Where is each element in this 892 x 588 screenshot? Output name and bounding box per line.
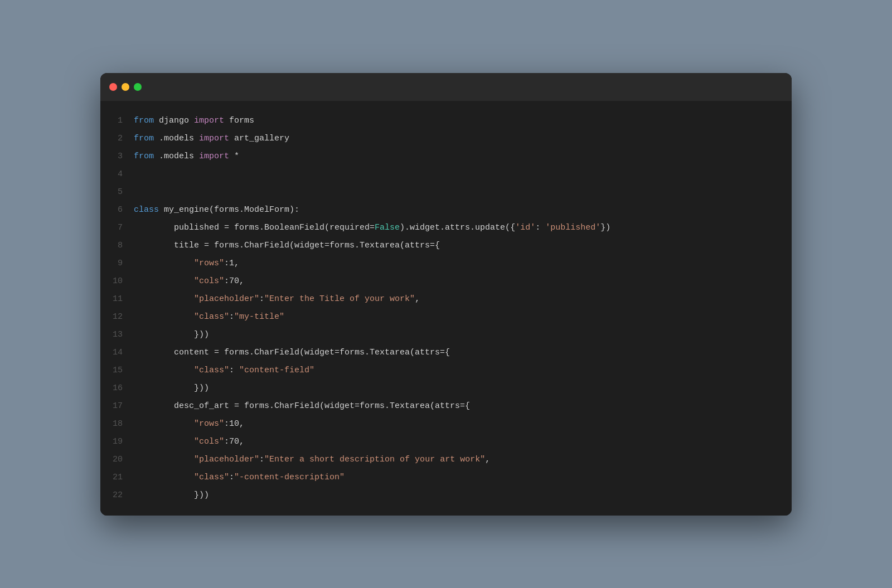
token: [134, 437, 194, 446]
code-line: 3from .models import *: [100, 148, 792, 166]
token: desc_of_art = forms.CharField(widget=for…: [134, 401, 470, 411]
token: :: [229, 473, 234, 482]
token: "placeholder": [194, 294, 259, 304]
line-content: class my_engine(forms.ModelForm):: [134, 202, 299, 218]
code-line: 11 "placeholder":"Enter the Title of you…: [100, 290, 792, 308]
line-content: title = forms.CharField(widget=forms.Tex…: [134, 237, 440, 254]
token: })): [134, 383, 209, 393]
token: [134, 276, 194, 286]
line-number: 8: [100, 237, 134, 254]
token: import: [199, 152, 229, 161]
line-number: 6: [100, 202, 134, 218]
code-line: 1from django import forms: [100, 112, 792, 130]
token: :: [259, 294, 264, 304]
line-content: "placeholder":"Enter the Title of your w…: [134, 291, 420, 308]
code-line: 5: [100, 183, 792, 201]
token: 'id': [515, 223, 535, 232]
token: from: [134, 152, 154, 161]
line-content: from django import forms: [134, 113, 254, 129]
line-content: content = forms.CharField(widget=forms.T…: [134, 344, 450, 361]
close-button[interactable]: [109, 83, 117, 91]
minimize-button[interactable]: [122, 83, 129, 91]
token: content = forms.CharField(widget=forms.T…: [134, 348, 450, 357]
line-number: 22: [100, 487, 134, 504]
token: [134, 473, 194, 482]
line-content: "class": "content-field": [134, 362, 314, 379]
code-line: 12 "class":"my-title": [100, 308, 792, 326]
token: :: [259, 455, 264, 464]
token: :: [535, 223, 545, 232]
line-number: 16: [100, 380, 134, 397]
line-number: 13: [100, 327, 134, 343]
token: [134, 259, 194, 268]
token: :10,: [224, 419, 244, 429]
token: from: [134, 134, 154, 143]
token: :70,: [224, 276, 244, 286]
token: "rows": [194, 259, 224, 268]
token: .models: [154, 134, 199, 143]
line-content: })): [134, 380, 209, 397]
code-line: 15 "class": "content-field": [100, 362, 792, 380]
token: "rows": [194, 419, 224, 429]
code-line: 6class my_engine(forms.ModelForm):: [100, 201, 792, 219]
token: })): [134, 490, 209, 500]
token: "cols": [194, 276, 224, 286]
code-area: 1from django import forms2from .models i…: [100, 101, 792, 516]
line-number: 17: [100, 398, 134, 415]
token: [134, 455, 194, 464]
line-content: "placeholder":"Enter a short description…: [134, 451, 490, 468]
token: :: [229, 366, 239, 375]
token: False: [375, 223, 400, 232]
token: .models: [154, 152, 199, 161]
code-line: 19 "cols":70,: [100, 433, 792, 451]
code-line: 14 content = forms.CharField(widget=form…: [100, 344, 792, 362]
code-line: 22 })): [100, 487, 792, 504]
code-line: 10 "cols":70,: [100, 273, 792, 290]
token: "content-field": [239, 366, 314, 375]
token: my_engine(forms.ModelForm):: [159, 205, 299, 215]
code-line: 8 title = forms.CharField(widget=forms.T…: [100, 237, 792, 255]
line-content: "cols":70,: [134, 434, 244, 450]
line-content: "rows":1,: [134, 255, 239, 272]
line-content: })): [134, 327, 209, 343]
line-number: 5: [100, 184, 134, 201]
token: ).widget.attrs.update({: [400, 223, 515, 232]
token: art_gallery: [229, 134, 289, 143]
line-number: 9: [100, 255, 134, 272]
maximize-button[interactable]: [134, 83, 142, 91]
code-line: 16 })): [100, 380, 792, 397]
code-line: 21 "class":"-content-description": [100, 469, 792, 487]
line-number: 19: [100, 434, 134, 450]
code-line: 4: [100, 166, 792, 183]
line-number: 11: [100, 291, 134, 308]
code-line: 13 })): [100, 326, 792, 344]
line-content: })): [134, 487, 209, 504]
line-number: 2: [100, 130, 134, 147]
line-number: 18: [100, 416, 134, 433]
code-line: 20 "placeholder":"Enter a short descript…: [100, 451, 792, 469]
line-number: 21: [100, 469, 134, 486]
token: :1,: [224, 259, 239, 268]
token: ,: [415, 294, 420, 304]
token: title = forms.CharField(widget=forms.Tex…: [134, 241, 440, 250]
token: "my-title": [234, 312, 284, 322]
code-line: 7 published = forms.BooleanField(require…: [100, 219, 792, 237]
line-number: 7: [100, 220, 134, 236]
token: *: [229, 152, 239, 161]
token: :: [229, 312, 234, 322]
token: "cols": [194, 437, 224, 446]
line-number: 1: [100, 113, 134, 129]
line-number: 4: [100, 166, 134, 183]
line-number: 3: [100, 148, 134, 165]
token: import: [199, 134, 229, 143]
line-number: 14: [100, 344, 134, 361]
token: class: [134, 205, 159, 215]
token: "class": [194, 312, 229, 322]
line-content: "class":"my-title": [134, 309, 284, 325]
token: "class": [194, 366, 229, 375]
line-number: 20: [100, 451, 134, 468]
code-line: 18 "rows":10,: [100, 415, 792, 433]
token: django: [154, 116, 194, 125]
line-number: 15: [100, 362, 134, 379]
titlebar: [100, 73, 792, 101]
